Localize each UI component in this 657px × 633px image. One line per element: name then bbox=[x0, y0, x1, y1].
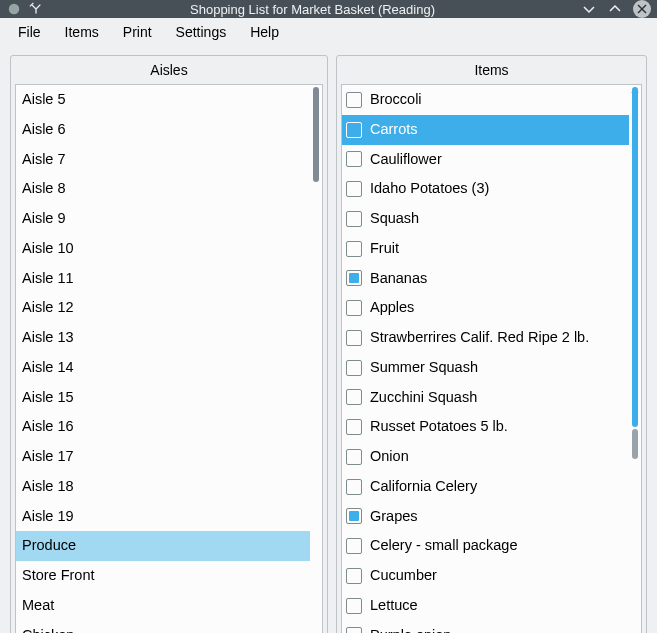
aisle-row[interactable]: Aisle 15 bbox=[16, 383, 310, 413]
aisle-row[interactable]: Aisle 10 bbox=[16, 234, 310, 264]
item-checkbox[interactable] bbox=[346, 449, 362, 465]
item-label: Bananas bbox=[370, 268, 427, 290]
item-checkbox[interactable] bbox=[346, 508, 362, 524]
item-checkbox[interactable] bbox=[346, 92, 362, 108]
item-label: Grapes bbox=[370, 506, 418, 528]
item-row[interactable]: Bananas bbox=[342, 264, 629, 294]
aisle-row[interactable]: Aisle 6 bbox=[16, 115, 310, 145]
aisle-row[interactable]: Aisle 17 bbox=[16, 442, 310, 472]
aisle-row[interactable]: Store Front bbox=[16, 561, 310, 591]
item-label: Squash bbox=[370, 208, 419, 230]
aisle-row[interactable]: Produce bbox=[16, 531, 310, 561]
aisle-row[interactable]: Aisle 16 bbox=[16, 412, 310, 442]
maximize-button[interactable] bbox=[607, 1, 623, 17]
items-scrollbar[interactable] bbox=[629, 85, 641, 633]
item-row[interactable]: Zucchini Squash bbox=[342, 383, 629, 413]
item-label: Zucchini Squash bbox=[370, 387, 477, 409]
close-button[interactable] bbox=[633, 0, 651, 18]
item-label: Summer Squash bbox=[370, 357, 478, 379]
aisle-row[interactable]: Aisle 5 bbox=[16, 85, 310, 115]
item-checkbox[interactable] bbox=[346, 568, 362, 584]
scrollbar-thumb[interactable] bbox=[313, 87, 319, 182]
item-row[interactable]: Strawberrires Calif. Red Ripe 2 lb. bbox=[342, 323, 629, 353]
item-checkbox[interactable] bbox=[346, 479, 362, 495]
scrollbar-thumb[interactable] bbox=[632, 87, 638, 427]
items-panel: Items BroccoliCarrotsCauliflowerIdaho Po… bbox=[336, 55, 647, 633]
titlebar: Shopping List for Market Basket (Reading… bbox=[0, 0, 657, 18]
item-label: Strawberrires Calif. Red Ripe 2 lb. bbox=[370, 327, 589, 349]
aisle-row[interactable]: Aisle 12 bbox=[16, 293, 310, 323]
aisle-row[interactable]: Aisle 19 bbox=[16, 502, 310, 532]
menu-settings[interactable]: Settings bbox=[164, 18, 239, 46]
item-label: Broccoli bbox=[370, 89, 422, 111]
item-checkbox[interactable] bbox=[346, 538, 362, 554]
item-row[interactable]: Lettuce bbox=[342, 591, 629, 621]
menubar: FileItemsPrintSettingsHelp bbox=[0, 18, 657, 47]
aisle-row[interactable]: Aisle 8 bbox=[16, 174, 310, 204]
item-label: California Celery bbox=[370, 476, 477, 498]
item-row[interactable]: Fruit bbox=[342, 234, 629, 264]
aisles-panel-title: Aisles bbox=[11, 56, 327, 84]
item-row[interactable]: Cucumber bbox=[342, 561, 629, 591]
menu-print[interactable]: Print bbox=[111, 18, 164, 46]
item-row[interactable]: California Celery bbox=[342, 472, 629, 502]
item-row[interactable]: Carrots bbox=[342, 115, 629, 145]
item-checkbox[interactable] bbox=[346, 122, 362, 138]
item-row[interactable]: Broccoli bbox=[342, 85, 629, 115]
item-checkbox[interactable] bbox=[346, 419, 362, 435]
item-label: Celery - small package bbox=[370, 535, 517, 557]
item-label: Cucumber bbox=[370, 565, 437, 587]
window-title: Shopping List for Market Basket (Reading… bbox=[50, 2, 575, 17]
item-row[interactable]: Squash bbox=[342, 204, 629, 234]
item-row[interactable]: Summer Squash bbox=[342, 353, 629, 383]
item-label: Fruit bbox=[370, 238, 399, 260]
app-icon bbox=[6, 1, 22, 17]
item-checkbox[interactable] bbox=[346, 211, 362, 227]
item-checkbox[interactable] bbox=[346, 598, 362, 614]
aisle-row[interactable]: Aisle 11 bbox=[16, 264, 310, 294]
item-checkbox[interactable] bbox=[346, 330, 362, 346]
item-checkbox[interactable] bbox=[346, 270, 362, 286]
menu-items[interactable]: Items bbox=[53, 18, 111, 46]
aisles-listbox[interactable]: Aisle 5Aisle 6Aisle 7Aisle 8Aisle 9Aisle… bbox=[15, 84, 323, 633]
item-checkbox[interactable] bbox=[346, 181, 362, 197]
item-checkbox[interactable] bbox=[346, 241, 362, 257]
item-label: Carrots bbox=[370, 119, 418, 141]
item-row[interactable]: Idaho Potatoes (3) bbox=[342, 174, 629, 204]
item-row[interactable]: Apples bbox=[342, 293, 629, 323]
item-row[interactable]: Cauliflower bbox=[342, 145, 629, 175]
content: Aisles Aisle 5Aisle 6Aisle 7Aisle 8Aisle… bbox=[0, 47, 657, 633]
item-checkbox[interactable] bbox=[346, 300, 362, 316]
aisle-row[interactable]: Chicken bbox=[16, 621, 310, 634]
minimize-button[interactable] bbox=[581, 1, 597, 17]
item-label: Russet Potatoes 5 lb. bbox=[370, 416, 508, 438]
menu-file[interactable]: File bbox=[6, 18, 53, 46]
item-row[interactable]: Grapes bbox=[342, 502, 629, 532]
item-label: Idaho Potatoes (3) bbox=[370, 178, 489, 200]
item-row[interactable]: Purple onion bbox=[342, 621, 629, 634]
aisles-scrollbar[interactable] bbox=[310, 85, 322, 633]
item-label: Apples bbox=[370, 297, 414, 319]
svg-point-0 bbox=[9, 4, 20, 15]
item-label: Onion bbox=[370, 446, 409, 468]
menu-help[interactable]: Help bbox=[238, 18, 291, 46]
aisle-row[interactable]: Aisle 14 bbox=[16, 353, 310, 383]
item-checkbox[interactable] bbox=[346, 151, 362, 167]
item-checkbox[interactable] bbox=[346, 360, 362, 376]
item-label: Lettuce bbox=[370, 595, 418, 617]
item-checkbox[interactable] bbox=[346, 627, 362, 633]
aisle-row[interactable]: Meat bbox=[16, 591, 310, 621]
aisles-panel: Aisles Aisle 5Aisle 6Aisle 7Aisle 8Aisle… bbox=[10, 55, 328, 633]
aisle-row[interactable]: Aisle 7 bbox=[16, 145, 310, 175]
items-listbox[interactable]: BroccoliCarrotsCauliflowerIdaho Potatoes… bbox=[341, 84, 642, 633]
aisle-row[interactable]: Aisle 18 bbox=[16, 472, 310, 502]
items-panel-title: Items bbox=[337, 56, 646, 84]
scrollbar-track-remainder bbox=[632, 429, 638, 459]
pin-icon[interactable] bbox=[28, 1, 44, 17]
item-checkbox[interactable] bbox=[346, 389, 362, 405]
aisle-row[interactable]: Aisle 9 bbox=[16, 204, 310, 234]
item-row[interactable]: Onion bbox=[342, 442, 629, 472]
item-row[interactable]: Celery - small package bbox=[342, 531, 629, 561]
item-row[interactable]: Russet Potatoes 5 lb. bbox=[342, 412, 629, 442]
aisle-row[interactable]: Aisle 13 bbox=[16, 323, 310, 353]
